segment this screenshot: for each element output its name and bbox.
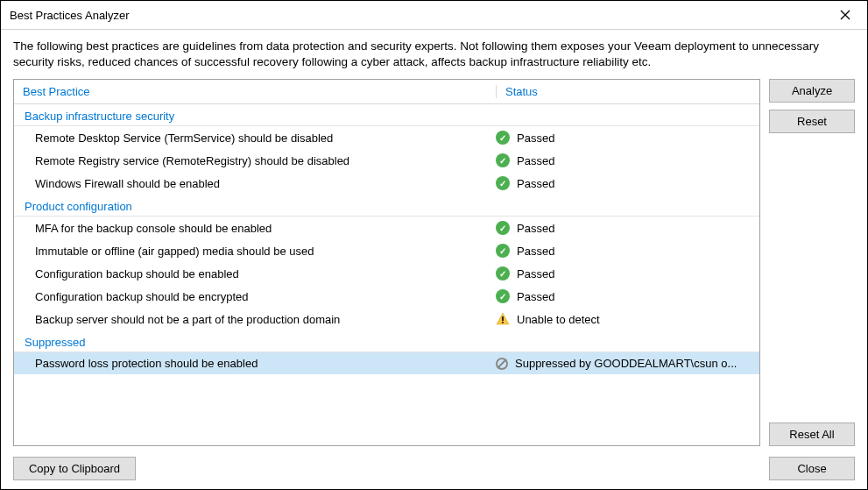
column-header-best-practice[interactable]: Best Practice bbox=[23, 85, 496, 98]
dialog-window: Best Practices Analyzer The following be… bbox=[0, 0, 868, 490]
status-text: Passed bbox=[517, 245, 554, 258]
checkmark-icon bbox=[496, 176, 510, 190]
status-text: Passed bbox=[517, 290, 554, 303]
svg-rect-3 bbox=[502, 316, 504, 321]
status-text: Unable to detect bbox=[517, 313, 600, 326]
table-header: Best Practice Status bbox=[14, 80, 759, 104]
status-cell: Passed bbox=[496, 266, 554, 281]
group-header: Product configuration bbox=[14, 195, 759, 217]
best-practice-label: Remote Desktop Service (TermService) sho… bbox=[35, 131, 496, 145]
side-buttons: Analyze Reset Reset All bbox=[769, 79, 855, 446]
checkmark-icon bbox=[496, 153, 510, 167]
group-header: Suppressed bbox=[14, 330, 759, 352]
table-row[interactable]: MFA for the backup console should be ena… bbox=[14, 217, 759, 239]
best-practices-table: Best Practice Status Backup infrastructu… bbox=[13, 79, 760, 446]
checkmark-icon bbox=[496, 289, 510, 303]
best-practice-label: Windows Firewall should be enabled bbox=[35, 177, 496, 190]
status-text: Passed bbox=[517, 131, 554, 145]
checkmark-icon bbox=[496, 266, 510, 281]
best-practice-label: Password loss protection should be enabl… bbox=[35, 357, 496, 370]
status-text: Passed bbox=[517, 177, 554, 190]
status-text: Passed bbox=[517, 154, 554, 167]
best-practice-label: Immutable or offline (air gapped) media … bbox=[35, 245, 496, 258]
best-practice-label: Configuration backup should be enabled bbox=[35, 267, 496, 281]
spacer bbox=[769, 140, 855, 415]
close-button[interactable]: Close bbox=[769, 457, 855, 480]
reset-all-button[interactable]: Reset All bbox=[769, 423, 855, 446]
intro-text: The following best practices are guideli… bbox=[13, 39, 855, 70]
best-practice-label: Backup server should not be a part of th… bbox=[35, 313, 496, 326]
best-practice-label: MFA for the backup console should be ena… bbox=[35, 222, 496, 235]
copy-to-clipboard-button[interactable]: Copy to Clipboard bbox=[13, 457, 136, 480]
table-row[interactable]: Password loss protection should be enabl… bbox=[14, 352, 759, 374]
table-row[interactable]: Remote Desktop Service (TermService) sho… bbox=[14, 126, 759, 149]
status-cell: Unable to detect bbox=[496, 312, 600, 326]
status-cell: Passed bbox=[496, 131, 554, 145]
status-cell: Passed bbox=[496, 176, 554, 190]
status-cell: Passed bbox=[496, 153, 554, 167]
group-header: Backup infrastructure security bbox=[14, 104, 759, 126]
status-text: Passed bbox=[517, 222, 554, 235]
bottom-row: Copy to Clipboard Close bbox=[13, 457, 855, 480]
analyze-button[interactable]: Analyze bbox=[769, 79, 855, 103]
checkmark-icon bbox=[496, 244, 510, 258]
table-row[interactable]: Backup server should not be a part of th… bbox=[14, 308, 759, 330]
status-text: Passed bbox=[517, 267, 554, 281]
svg-rect-4 bbox=[502, 322, 504, 323]
close-icon[interactable] bbox=[832, 6, 858, 24]
content-area: The following best practices are guideli… bbox=[1, 30, 867, 489]
reset-button[interactable]: Reset bbox=[769, 110, 855, 133]
status-cell: Passed bbox=[496, 221, 554, 235]
main-row: Best Practice Status Backup infrastructu… bbox=[13, 79, 855, 446]
table-row[interactable]: Configuration backup should be enabledPa… bbox=[14, 262, 759, 285]
suppressed-icon bbox=[496, 358, 508, 370]
best-practice-label: Remote Registry service (RemoteRegistry)… bbox=[35, 154, 496, 167]
status-cell: Suppressed by GOODDEALMART\csun o... bbox=[496, 357, 737, 370]
checkmark-icon bbox=[496, 131, 510, 145]
titlebar: Best Practices Analyzer bbox=[1, 1, 867, 30]
best-practice-label: Configuration backup should be encrypted bbox=[35, 290, 496, 303]
table-row[interactable]: Immutable or offline (air gapped) media … bbox=[14, 239, 759, 262]
status-text: Suppressed by GOODDEALMART\csun o... bbox=[515, 357, 737, 370]
table-row[interactable]: Configuration backup should be encrypted… bbox=[14, 285, 759, 308]
table-row[interactable]: Remote Registry service (RemoteRegistry)… bbox=[14, 149, 759, 172]
window-title: Best Practices Analyzer bbox=[10, 9, 130, 22]
checkmark-icon bbox=[496, 221, 510, 235]
status-cell: Passed bbox=[496, 244, 554, 258]
column-header-status[interactable]: Status bbox=[496, 85, 538, 98]
table-row[interactable]: Windows Firewall should be enabledPassed bbox=[14, 172, 759, 195]
warning-icon bbox=[496, 312, 510, 326]
table-body: Backup infrastructure securityRemote Des… bbox=[14, 104, 759, 445]
status-cell: Passed bbox=[496, 289, 554, 303]
